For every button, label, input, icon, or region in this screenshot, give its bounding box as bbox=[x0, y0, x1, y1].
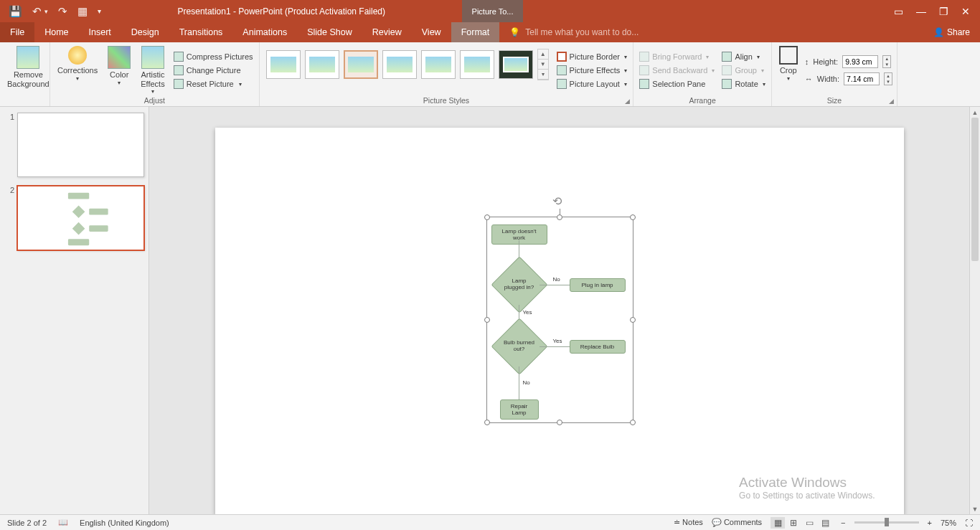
zoom-out-icon[interactable]: − bbox=[841, 519, 845, 527]
normal-view-icon[interactable]: ▦ bbox=[771, 517, 785, 529]
lightbulb-icon: 💡 bbox=[509, 27, 520, 37]
zoom-in-icon[interactable]: + bbox=[928, 519, 932, 527]
style-5[interactable] bbox=[421, 50, 456, 79]
scroll-thumb[interactable] bbox=[971, 118, 979, 261]
slide-thumbnail-panel[interactable]: 1 2 bbox=[0, 107, 149, 530]
share-label: Share bbox=[947, 27, 970, 37]
rotate-label: Rotate bbox=[735, 80, 758, 88]
compress-pictures-button[interactable]: Compress Pictures bbox=[172, 51, 255, 62]
tab-design[interactable]: Design bbox=[121, 22, 169, 42]
fit-to-window-icon[interactable]: ⛶ bbox=[965, 519, 973, 527]
tab-slideshow[interactable]: Slide Show bbox=[297, 22, 362, 42]
undo-more-icon[interactable]: ▾ bbox=[44, 8, 48, 15]
color-button[interactable]: Color▾ bbox=[105, 44, 133, 87]
title-bar: 💾 ↶ ▾ ↷ ▦ ▾ Presentation1 - PowerPoint (… bbox=[0, 0, 980, 22]
reset-picture-button[interactable]: Reset Picture▾ bbox=[172, 78, 255, 90]
crop-button[interactable]: Crop▾ bbox=[776, 44, 801, 83]
style-1[interactable] bbox=[266, 50, 301, 79]
picture-border-button[interactable]: Picture Border▾ bbox=[555, 51, 629, 62]
close-icon[interactable]: ✕ bbox=[961, 6, 970, 17]
slide-indicator[interactable]: Slide 2 of 2 bbox=[7, 519, 47, 527]
compress-label: Compress Pictures bbox=[187, 52, 253, 61]
rotate-handle-icon[interactable]: ⟲ bbox=[552, 194, 567, 209]
style-2[interactable] bbox=[305, 50, 339, 79]
restore-icon[interactable]: ❐ bbox=[939, 6, 948, 17]
tell-me-search[interactable]: 💡 Tell me what you want to do... bbox=[509, 27, 933, 37]
activate-sub: Go to Settings to activate Windows. bbox=[739, 491, 875, 501]
style-6[interactable] bbox=[460, 50, 494, 79]
height-input[interactable] bbox=[842, 55, 878, 68]
tab-review[interactable]: Review bbox=[362, 22, 412, 42]
zoom-percent[interactable]: 75% bbox=[941, 519, 956, 527]
comments-label: Comments bbox=[724, 518, 762, 526]
style-4[interactable] bbox=[382, 50, 417, 79]
share-button[interactable]: 👤 Share bbox=[933, 27, 980, 37]
scroll-up-icon[interactable]: ▲ bbox=[970, 107, 980, 118]
comments-button[interactable]: 💬 Comments bbox=[712, 518, 762, 527]
height-down-icon[interactable]: ▼ bbox=[883, 62, 890, 67]
picture-styles-gallery[interactable]: ▲▼▾ bbox=[264, 44, 551, 85]
width-up-icon[interactable]: ▲ bbox=[885, 73, 892, 79]
svg-rect-4 bbox=[89, 225, 108, 232]
style-3-selected[interactable] bbox=[344, 50, 378, 79]
change-picture-button[interactable]: Change Picture bbox=[172, 65, 255, 76]
selection-pane-button[interactable]: Selection Pane bbox=[638, 78, 716, 90]
corrections-button[interactable]: Corrections▾ bbox=[55, 44, 100, 83]
tab-transitions[interactable]: Transitions bbox=[169, 22, 233, 42]
tab-home[interactable]: Home bbox=[34, 22, 78, 42]
minimize-icon[interactable]: — bbox=[916, 6, 926, 17]
gallery-more-icon[interactable]: ▾ bbox=[538, 70, 548, 80]
scroll-down-icon[interactable]: ▼ bbox=[970, 503, 980, 514]
width-down-icon[interactable]: ▼ bbox=[885, 79, 892, 85]
gallery-up-icon[interactable]: ▲ bbox=[538, 49, 548, 60]
qat-customize-icon[interactable]: ▾ bbox=[98, 7, 101, 15]
thumbnail-2-active[interactable] bbox=[17, 186, 144, 250]
align-button[interactable]: Align▾ bbox=[720, 51, 766, 62]
svg-rect-2 bbox=[89, 209, 108, 215]
remove-background-button[interactable]: Remove Background bbox=[4, 44, 52, 90]
bring-forward-button[interactable]: Bring Forward▾ bbox=[638, 51, 716, 62]
zoom-slider[interactable] bbox=[854, 521, 919, 524]
styles-launcher-icon[interactable]: ◢ bbox=[625, 98, 630, 105]
ribbon-options-icon[interactable]: ▭ bbox=[894, 6, 903, 17]
tab-format[interactable]: Format bbox=[451, 22, 500, 42]
tab-view[interactable]: View bbox=[412, 22, 451, 42]
slide[interactable]: ⟲ Lamp doesn't work Lamp plugged in? No … bbox=[215, 128, 904, 515]
tab-insert[interactable]: Insert bbox=[79, 22, 121, 42]
spellcheck-icon[interactable]: 📖 bbox=[58, 518, 68, 527]
sorter-view-icon[interactable]: ⊞ bbox=[786, 517, 801, 529]
height-up-icon[interactable]: ▲ bbox=[883, 56, 890, 62]
size-launcher-icon[interactable]: ◢ bbox=[889, 98, 894, 105]
flow-label-yes-2: Yes bbox=[553, 338, 562, 344]
picture-layout-button[interactable]: Picture Layout▾ bbox=[555, 78, 629, 90]
tab-file[interactable]: File bbox=[0, 22, 34, 42]
selection-pane-label: Selection Pane bbox=[652, 80, 705, 88]
notes-button[interactable]: ≐ Notes bbox=[674, 518, 703, 527]
save-icon[interactable]: 💾 bbox=[9, 5, 22, 18]
redo-icon[interactable]: ↷ bbox=[58, 5, 67, 18]
selected-picture[interactable]: ⟲ Lamp doesn't work Lamp plugged in? No … bbox=[486, 217, 633, 423]
reading-view-icon[interactable]: ▭ bbox=[802, 517, 816, 529]
ribbon-tabs: File Home Insert Design Transitions Anim… bbox=[0, 22, 980, 42]
picture-effects-button[interactable]: Picture Effects▾ bbox=[555, 65, 629, 76]
group-button[interactable]: Group▾ bbox=[720, 65, 766, 76]
send-backward-button[interactable]: Send Backward▾ bbox=[638, 65, 716, 76]
width-input[interactable] bbox=[844, 72, 880, 85]
slide-canvas-area[interactable]: ⟲ Lamp doesn't work Lamp plugged in? No … bbox=[149, 107, 969, 530]
rotate-button[interactable]: Rotate▾ bbox=[720, 78, 766, 90]
thumbnail-1[interactable] bbox=[17, 113, 144, 177]
flow-action-2: Replace Bulb bbox=[570, 340, 626, 354]
artistic-effects-button[interactable]: Artistic Effects▾ bbox=[138, 44, 167, 96]
svg-marker-3 bbox=[72, 222, 85, 235]
style-7[interactable] bbox=[499, 50, 533, 79]
gallery-down-icon[interactable]: ▼ bbox=[538, 60, 548, 70]
slideshow-view-icon[interactable]: ▤ bbox=[818, 517, 832, 529]
vertical-scrollbar[interactable]: ▲ ▼ ≜ ≛ bbox=[969, 107, 980, 530]
undo-icon[interactable]: ↶ bbox=[32, 5, 42, 18]
artistic-label: Artistic Effects bbox=[141, 70, 164, 88]
language-indicator[interactable]: English (United Kingdom) bbox=[80, 519, 169, 527]
start-from-beginning-icon[interactable]: ▦ bbox=[77, 5, 88, 18]
flow-label-yes-1: Yes bbox=[523, 309, 532, 316]
tab-animations[interactable]: Animations bbox=[232, 22, 297, 42]
thumb-2-number: 2 bbox=[4, 186, 17, 250]
